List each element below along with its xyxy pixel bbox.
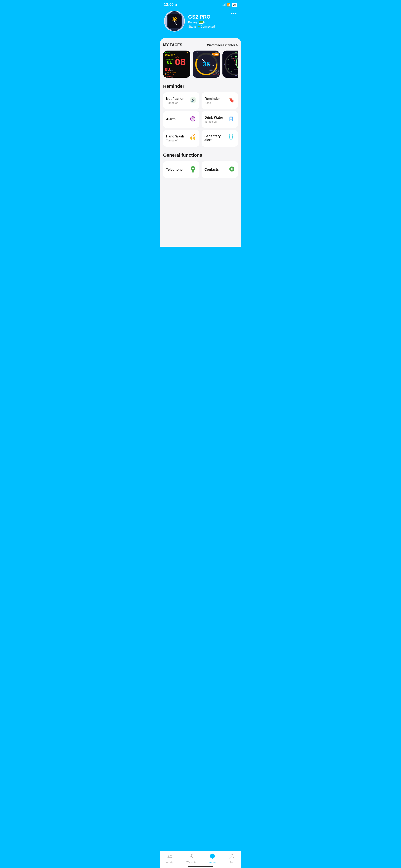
svg-text:⚡: ⚡ [235,66,238,68]
svg-text:100%: 100% [234,68,238,70]
device-name: GS2 PRO [188,14,237,20]
reminder-grid: Notification Turned on 🔊 Reminder None 🔖 [163,92,238,147]
watchfaces-center-link[interactable]: Watchfaces Center > [207,43,238,47]
drinkwater-icon [227,115,235,124]
svg-point-62 [231,168,233,170]
alarm-label: Alarm [166,117,176,121]
svg-text:🔖: 🔖 [229,97,235,103]
svg-point-53 [192,134,193,135]
battery-icon [199,21,204,24]
device-info: GS2 PRO Battery: Status: Connected [188,14,237,28]
reminder-sub: None [205,101,220,104]
location-icon: ◀ [175,3,177,6]
general-card-telephone[interactable]: Telephone [163,161,199,178]
watch-avatar: 12 [164,11,185,32]
main-card: MY FACES Watchfaces Center > ■ 100% ⛅ JA… [160,38,241,247]
wifi-icon: 📶 [227,3,230,6]
notification-label: Notification [166,97,184,101]
reminder-card-notification[interactable]: Notification Turned on 🔊 [163,92,199,109]
svg-point-45 [192,119,193,119]
handwash-icon: 🙌 [189,134,196,143]
faces-header: MY FACES Watchfaces Center > [163,43,238,47]
drinkwater-label: Drink Water [205,116,223,120]
general-card-contacts[interactable]: Contacts [202,161,238,178]
watch-face-1[interactable]: ■ 100% ⛅ JANUARY WEDNESDAY 01 -36°C 08 0… [163,51,190,78]
watch-face-2[interactable]: ☁ -36°C WED 01 JAN 35 10090 STEPS 10.19 … [193,51,220,78]
svg-point-21 [228,59,229,60]
signal-icon [222,3,225,6]
general-grid: Telephone Contacts [163,161,238,178]
reminder-icon: 🔖 [228,97,235,105]
sedentary-label: Sedentary alert [205,134,227,142]
svg-point-60 [192,167,194,169]
svg-text:🙌: 🙌 [190,135,196,141]
telephone-label: Telephone [166,168,183,172]
faces-title: MY FACES [163,43,182,47]
reminder-label: Reminder [205,97,220,101]
notification-icon: 🔊 [190,97,196,105]
svg-point-20 [230,56,232,57]
battery-level: 35 [232,3,237,7]
reminder-card-sedentary[interactable]: Sedentary alert [202,130,238,147]
contacts-icon [229,166,235,174]
reminder-title: Reminder [163,84,238,89]
watch-image: 12 [165,11,184,32]
reminder-card-alarm[interactable]: Alarm [163,111,199,128]
svg-line-57 [229,134,230,135]
alarm-icon [189,115,196,124]
svg-rect-13 [236,71,237,73]
handwash-label: Hand Wash [166,134,184,138]
reminder-card-reminder[interactable]: Reminder None 🔖 [202,92,238,109]
svg-point-54 [230,139,232,140]
svg-point-51 [193,135,194,136]
svg-text:🔊: 🔊 [191,98,195,102]
telephone-icon [189,165,196,174]
general-title: General functions [163,153,238,158]
watch-faces-scroll[interactable]: ■ 100% ⛅ JANUARY WEDNESDAY 01 -36°C 08 0… [163,51,238,78]
notification-sub: Turned on [166,101,184,104]
svg-rect-47 [230,117,233,118]
drinkwater-sub: Turned off [205,120,223,123]
status-bar: 12:00 ◀ 📶 35 [160,0,241,8]
svg-line-56 [232,134,233,135]
svg-point-31 [236,63,237,65]
sedentary-icon [227,134,235,143]
status-right: 📶 35 [222,3,237,7]
handwash-sub: Turned off [166,139,184,142]
watch-face-3[interactable]: JAN 01 WEDNESDAY ⚡ 100% [222,51,238,78]
svg-point-22 [228,68,229,69]
reminder-card-drinkwater[interactable]: Drink Water Turned off [202,111,238,128]
device-header: 12 GS2 PRO Battery: Status: Connected ••… [160,8,241,38]
svg-rect-14 [227,64,229,65]
svg-point-52 [194,134,195,135]
device-status: Status: Connected [188,25,237,28]
svg-point-7 [174,21,175,22]
device-battery: Battery: [188,21,237,24]
time-display: 12:00 [164,2,174,7]
more-button[interactable]: ••• [231,11,237,16]
reminder-card-handwash[interactable]: Hand Wash Turned off 🙌 [163,130,199,147]
svg-point-23 [230,71,232,72]
status-dot [198,26,200,27]
contacts-label: Contacts [205,168,219,172]
status-time: 12:00 ◀ [164,2,177,7]
